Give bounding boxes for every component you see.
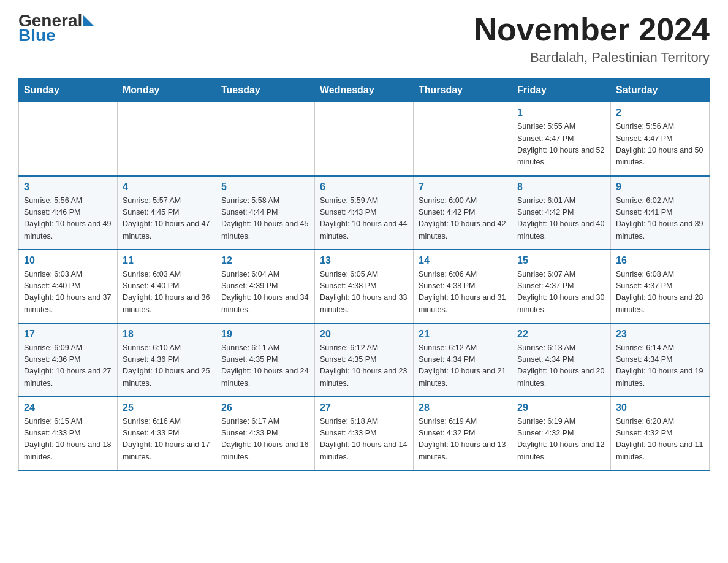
day-number: 20 (320, 329, 408, 340)
header-wednesday: Wednesday (315, 79, 414, 102)
week-row-2: 3Sunrise: 5:56 AM Sunset: 4:46 PM Daylig… (19, 176, 710, 250)
day-cell: 17Sunrise: 6:09 AM Sunset: 4:36 PM Dayli… (19, 323, 118, 397)
day-info: Sunrise: 5:55 AM Sunset: 4:47 PM Dayligh… (517, 121, 605, 169)
day-cell: 10Sunrise: 6:03 AM Sunset: 4:40 PM Dayli… (19, 250, 118, 323)
day-info: Sunrise: 6:07 AM Sunset: 4:37 PM Dayligh… (517, 269, 605, 316)
day-number: 16 (616, 255, 704, 266)
day-info: Sunrise: 6:19 AM Sunset: 4:32 PM Dayligh… (419, 416, 507, 464)
day-info: Sunrise: 6:14 AM Sunset: 4:34 PM Dayligh… (616, 342, 704, 390)
day-info: Sunrise: 6:08 AM Sunset: 4:37 PM Dayligh… (616, 269, 704, 316)
day-cell: 4Sunrise: 5:57 AM Sunset: 4:45 PM Daylig… (118, 176, 216, 250)
day-cell: 21Sunrise: 6:12 AM Sunset: 4:34 PM Dayli… (414, 323, 512, 397)
day-number: 11 (123, 255, 211, 266)
day-cell: 11Sunrise: 6:03 AM Sunset: 4:40 PM Dayli… (118, 250, 216, 323)
day-number: 4 (123, 182, 211, 193)
day-cell: 27Sunrise: 6:18 AM Sunset: 4:33 PM Dayli… (315, 397, 414, 470)
day-cell: 8Sunrise: 6:01 AM Sunset: 4:42 PM Daylig… (512, 176, 611, 250)
day-number: 5 (221, 182, 309, 193)
calendar-header: Sunday Monday Tuesday Wednesday Thursday… (19, 79, 710, 102)
day-info: Sunrise: 6:19 AM Sunset: 4:32 PM Dayligh… (517, 416, 605, 464)
day-cell: 29Sunrise: 6:19 AM Sunset: 4:32 PM Dayli… (512, 397, 611, 470)
day-info: Sunrise: 6:10 AM Sunset: 4:36 PM Dayligh… (123, 342, 211, 390)
day-info: Sunrise: 6:09 AM Sunset: 4:36 PM Dayligh… (24, 342, 112, 390)
day-number: 26 (221, 402, 309, 413)
header-sunday: Sunday (19, 79, 118, 102)
day-info: Sunrise: 6:02 AM Sunset: 4:41 PM Dayligh… (616, 195, 704, 243)
day-number: 2 (616, 107, 704, 118)
calendar-table: Sunday Monday Tuesday Wednesday Thursday… (18, 78, 710, 471)
day-cell: 24Sunrise: 6:15 AM Sunset: 4:33 PM Dayli… (19, 397, 118, 470)
day-cell: 9Sunrise: 6:02 AM Sunset: 4:41 PM Daylig… (611, 176, 710, 250)
day-cell: 15Sunrise: 6:07 AM Sunset: 4:37 PM Dayli… (512, 250, 611, 323)
header-friday: Friday (512, 79, 611, 102)
day-cell: 18Sunrise: 6:10 AM Sunset: 4:36 PM Dayli… (118, 323, 216, 397)
day-info: Sunrise: 5:57 AM Sunset: 4:45 PM Dayligh… (123, 195, 211, 243)
day-cell (315, 102, 414, 176)
day-info: Sunrise: 6:06 AM Sunset: 4:38 PM Dayligh… (419, 269, 507, 316)
day-info: Sunrise: 6:20 AM Sunset: 4:32 PM Dayligh… (616, 416, 704, 464)
day-number: 22 (517, 329, 605, 340)
day-cell (414, 102, 512, 176)
day-cell: 16Sunrise: 6:08 AM Sunset: 4:37 PM Dayli… (611, 250, 710, 323)
day-cell: 5Sunrise: 5:58 AM Sunset: 4:44 PM Daylig… (216, 176, 315, 250)
week-row-1: 1Sunrise: 5:55 AM Sunset: 4:47 PM Daylig… (19, 102, 710, 176)
day-cell: 3Sunrise: 5:56 AM Sunset: 4:46 PM Daylig… (19, 176, 118, 250)
header-row: Sunday Monday Tuesday Wednesday Thursday… (19, 79, 710, 102)
day-info: Sunrise: 5:59 AM Sunset: 4:43 PM Dayligh… (320, 195, 408, 243)
day-info: Sunrise: 6:15 AM Sunset: 4:33 PM Dayligh… (24, 416, 112, 464)
day-info: Sunrise: 6:16 AM Sunset: 4:33 PM Dayligh… (123, 416, 211, 464)
day-info: Sunrise: 6:00 AM Sunset: 4:42 PM Dayligh… (419, 195, 507, 243)
header-monday: Monday (118, 79, 216, 102)
day-cell: 19Sunrise: 6:11 AM Sunset: 4:35 PM Dayli… (216, 323, 315, 397)
day-cell: 26Sunrise: 6:17 AM Sunset: 4:33 PM Dayli… (216, 397, 315, 470)
week-row-5: 24Sunrise: 6:15 AM Sunset: 4:33 PM Dayli… (19, 397, 710, 470)
day-info: Sunrise: 6:17 AM Sunset: 4:33 PM Dayligh… (221, 416, 309, 464)
day-info: Sunrise: 6:12 AM Sunset: 4:35 PM Dayligh… (320, 342, 408, 390)
day-number: 7 (419, 182, 507, 193)
day-cell: 30Sunrise: 6:20 AM Sunset: 4:32 PM Dayli… (611, 397, 710, 470)
day-cell: 22Sunrise: 6:13 AM Sunset: 4:34 PM Dayli… (512, 323, 611, 397)
header-thursday: Thursday (414, 79, 512, 102)
day-info: Sunrise: 6:03 AM Sunset: 4:40 PM Dayligh… (24, 269, 112, 316)
day-number: 21 (419, 329, 507, 340)
logo-triangle-icon (83, 15, 94, 26)
day-cell: 25Sunrise: 6:16 AM Sunset: 4:33 PM Dayli… (118, 397, 216, 470)
logo: General Blue (18, 12, 94, 44)
header-saturday: Saturday (611, 79, 710, 102)
day-number: 29 (517, 402, 605, 413)
day-cell: 12Sunrise: 6:04 AM Sunset: 4:39 PM Dayli… (216, 250, 315, 323)
day-info: Sunrise: 6:13 AM Sunset: 4:34 PM Dayligh… (517, 342, 605, 390)
day-cell: 1Sunrise: 5:55 AM Sunset: 4:47 PM Daylig… (512, 102, 611, 176)
day-cell (216, 102, 315, 176)
day-number: 9 (616, 182, 704, 193)
day-number: 14 (419, 255, 507, 266)
day-info: Sunrise: 6:05 AM Sunset: 4:38 PM Dayligh… (320, 269, 408, 316)
page-header: General Blue November 2024 Bardalah, Pal… (18, 12, 710, 66)
day-number: 24 (24, 402, 112, 413)
day-info: Sunrise: 6:03 AM Sunset: 4:40 PM Dayligh… (123, 269, 211, 316)
day-info: Sunrise: 6:04 AM Sunset: 4:39 PM Dayligh… (221, 269, 309, 316)
day-number: 3 (24, 182, 112, 193)
calendar-subtitle: Bardalah, Palestinian Territory (474, 50, 710, 66)
day-info: Sunrise: 6:12 AM Sunset: 4:34 PM Dayligh… (419, 342, 507, 390)
week-row-3: 10Sunrise: 6:03 AM Sunset: 4:40 PM Dayli… (19, 250, 710, 323)
calendar-body: 1Sunrise: 5:55 AM Sunset: 4:47 PM Daylig… (19, 102, 710, 470)
day-cell (19, 102, 118, 176)
day-number: 1 (517, 107, 605, 118)
day-info: Sunrise: 6:01 AM Sunset: 4:42 PM Dayligh… (517, 195, 605, 243)
day-number: 18 (123, 329, 211, 340)
day-number: 30 (616, 402, 704, 413)
day-cell: 6Sunrise: 5:59 AM Sunset: 4:43 PM Daylig… (315, 176, 414, 250)
day-number: 27 (320, 402, 408, 413)
day-info: Sunrise: 5:58 AM Sunset: 4:44 PM Dayligh… (221, 195, 309, 243)
day-number: 10 (24, 255, 112, 266)
day-number: 8 (517, 182, 605, 193)
day-number: 6 (320, 182, 408, 193)
day-number: 19 (221, 329, 309, 340)
day-cell: 14Sunrise: 6:06 AM Sunset: 4:38 PM Dayli… (414, 250, 512, 323)
day-number: 17 (24, 329, 112, 340)
day-number: 12 (221, 255, 309, 266)
logo-blue-text: Blue (18, 27, 94, 44)
day-info: Sunrise: 5:56 AM Sunset: 4:46 PM Dayligh… (24, 195, 112, 243)
title-block: November 2024 Bardalah, Palestinian Terr… (474, 12, 710, 66)
